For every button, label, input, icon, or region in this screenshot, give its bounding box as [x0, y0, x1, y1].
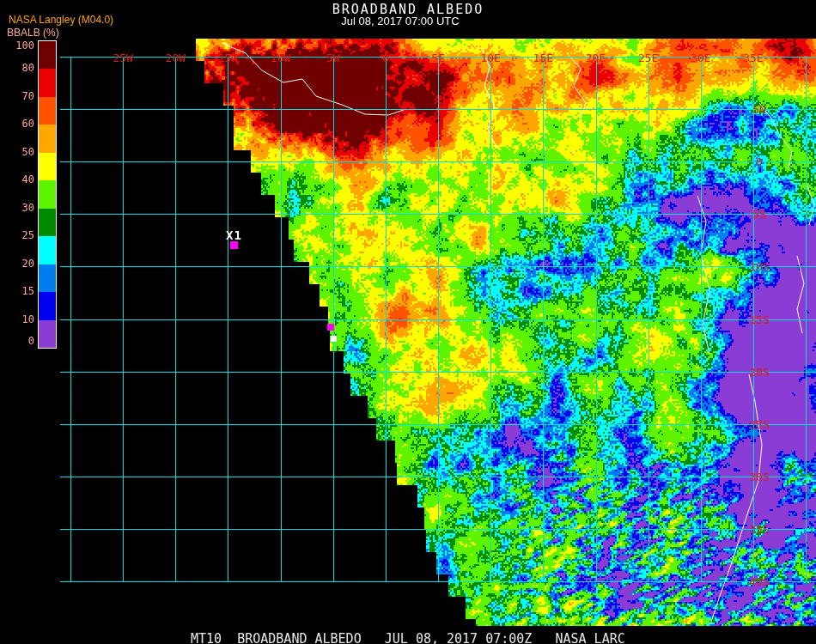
colorbar-segment — [39, 69, 56, 96]
lat-label: 20S — [749, 366, 769, 377]
colorbar-tick: 70 — [0, 90, 34, 101]
colorbar-tick: 40 — [0, 174, 34, 185]
lat-label: 10S — [749, 261, 769, 272]
lat-label: 5S — [752, 209, 766, 220]
colorbar — [38, 40, 57, 349]
colorbar-tick: 30 — [0, 202, 34, 213]
lon-label: 5E — [431, 52, 445, 63]
lon-label: 25W — [113, 52, 132, 63]
source-label: NASA Langley (M04.0) — [9, 14, 113, 26]
lat-label: 30S — [749, 471, 769, 482]
lat-label: 40S — [749, 576, 769, 587]
colorbar-segment — [39, 97, 56, 125]
colorbar-segment — [39, 41, 56, 69]
colorbar-tick: 80 — [0, 63, 34, 74]
lon-label: 15W — [218, 52, 238, 63]
colorbar-tick: 20 — [0, 258, 34, 269]
colorbar-segment — [39, 292, 56, 319]
colorbar-segment — [39, 264, 56, 292]
station-marker-label: X1 — [226, 229, 242, 241]
colorbar-tick: 25 — [0, 230, 34, 241]
lat-label: 35S — [749, 523, 769, 534]
lon-label: 15E — [533, 52, 553, 63]
station-marker-dot — [230, 241, 238, 249]
colorbar-segment — [39, 320, 56, 348]
screen: BROADBAND ALBEDO Jul 08, 2017 07:00 UTC … — [0, 0, 816, 644]
lon-label: 20W — [166, 52, 186, 63]
colorbar-segment — [39, 125, 56, 152]
lat-label: 25S — [749, 418, 769, 429]
colorbar-segment — [39, 153, 56, 180]
colorbar-tick: 50 — [0, 146, 34, 157]
lon-label: 35E — [743, 52, 763, 63]
status-bar: MT10 BROADBAND ALBEDO JUL 08, 2017 07:00… — [191, 631, 625, 644]
colorbar-tick: 60 — [0, 118, 34, 130]
lat-label: 15S — [749, 313, 769, 325]
lon-label: 10W — [271, 52, 290, 63]
colorbar-tick: 0 — [0, 336, 34, 347]
colorbar-segment — [39, 180, 56, 208]
lon-label: 10E — [480, 52, 500, 63]
lat-label: 0 — [756, 156, 763, 167]
colorbar-tick: 15 — [0, 286, 34, 297]
colorbar-tick: 10 — [0, 313, 34, 325]
colorbar-segment — [39, 236, 56, 264]
colorbar-tick: 100 — [0, 40, 34, 52]
lon-label: 25E — [638, 52, 658, 63]
lon-label: 30E — [691, 52, 710, 63]
colorbar-label: BBALB (%) — [7, 27, 59, 39]
page-subtitle: Jul 08, 2017 07:00 UTC — [0, 15, 801, 27]
lon-label: 0 — [382, 52, 389, 63]
colorbar-segment — [39, 209, 56, 236]
lat-label: 5N — [752, 104, 766, 115]
lon-label: 5W — [326, 52, 340, 63]
lon-label: 20E — [586, 52, 606, 63]
albedo-map-canvas — [0, 0, 816, 644]
